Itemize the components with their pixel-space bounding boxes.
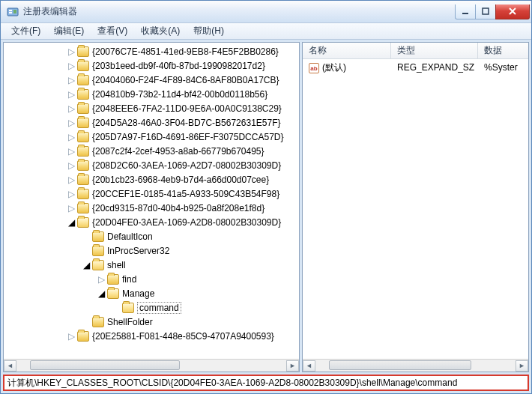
expand-icon[interactable]: ▷ [67, 190, 76, 198]
collapse-icon[interactable]: ◢ [97, 289, 106, 298]
tree-node-label: {2048EEE6-7FA2-11D0-9E6A-00A0C9138C29} [92, 103, 282, 114]
scroll-left-button[interactable]: ◄ [303, 360, 315, 372]
menu-view[interactable]: 查看(V) [91, 23, 133, 39]
tree-node[interactable]: ▷{20b1cb23-6968-4eb9-b7d4-a66d00d07cee} [7, 172, 299, 187]
folder-icon [77, 89, 89, 100]
tree-node-label: {20E25881-F081-448e-85C9-4707A9400593} [92, 331, 274, 342]
tree-node-label: {208D2C60-3AEA-1069-A2D7-08002B30309D} [92, 160, 281, 171]
tree-node[interactable]: ▷{208D2C60-3AEA-1069-A2D7-08002B30309D} [7, 158, 299, 172]
tree-node[interactable]: ◢{20D04FE0-3AEA-1069-A2D8-08002B30309D} [7, 215, 299, 229]
folder-icon [107, 274, 119, 285]
scroll-left-button[interactable]: ◄ [4, 360, 16, 372]
expand-icon[interactable]: ▷ [67, 61, 76, 70]
folder-icon [77, 103, 89, 114]
tree-node-label: ShellFolder [107, 317, 153, 327]
tree-node-label: {203b1eed-db9f-40fb-87bd-1990982017d2} [92, 61, 265, 71]
folder-icon [77, 160, 89, 171]
menu-help[interactable]: 帮助(H) [187, 23, 230, 39]
tree-node[interactable]: ▷{20404060-F24F-4F89-84C6-8AF80B0A17CB} [7, 73, 299, 87]
expand-icon[interactable]: ▷ [67, 332, 76, 341]
scroll-right-button[interactable]: ► [516, 360, 528, 372]
expand-icon[interactable]: ▷ [67, 161, 76, 170]
value-type-cell: REG_EXPAND_SZ [391, 62, 478, 73]
expand-icon[interactable]: ▷ [67, 175, 76, 184]
scroll-thumb[interactable] [30, 360, 180, 370]
scroll-track[interactable] [315, 360, 516, 372]
tree-node-label: {20076C7E-4851-41ed-9EB8-F4E5F2BB0286} [92, 46, 279, 57]
svg-rect-2 [9, 12, 12, 13]
expand-icon[interactable]: ▷ [67, 147, 76, 156]
tree-node-label: DefaultIcon [107, 231, 153, 242]
tree-node[interactable]: ▷{20E25881-F081-448e-85C9-4707A9400593} [7, 329, 299, 343]
tree-node-label: {204D5A28-46A0-3F04-BD7C-B5672631E57F} [92, 118, 281, 128]
tree-node[interactable]: ◢Manage [7, 286, 299, 300]
titlebar[interactable]: 注册表编辑器 [1, 1, 531, 23]
no-children-icon [82, 318, 91, 327]
tree-node[interactable]: DefaultIcon [7, 229, 299, 243]
close-button[interactable] [495, 4, 530, 19]
tree-node-label: {2087c2f4-2cef-4953-a8ab-66779b670495} [92, 146, 265, 157]
column-name[interactable]: 名称 [303, 43, 391, 58]
scroll-thumb[interactable] [329, 360, 471, 370]
tree-node[interactable]: ▷{2048EEE6-7FA2-11D0-9E6A-00A0C9138C29} [7, 101, 299, 115]
tree-viewport[interactable]: ▷{20076C7E-4851-41ed-9EB8-F4E5F2BB0286}▷… [4, 43, 299, 359]
menu-file[interactable]: 文件(F) [5, 23, 46, 39]
tree-node[interactable]: ▷{204810b9-73b2-11d4-bf42-00b0d0118b56} [7, 87, 299, 101]
tree-node[interactable]: ShellFolder [7, 315, 299, 329]
registry-tree[interactable]: ▷{20076C7E-4851-41ed-9EB8-F4E5F2BB0286}▷… [4, 43, 299, 359]
collapse-icon[interactable]: ◢ [82, 261, 91, 270]
folder-icon [77, 203, 89, 213]
expand-icon[interactable]: ▷ [67, 47, 76, 56]
expand-icon[interactable]: ▷ [97, 275, 106, 284]
app-icon [7, 6, 19, 18]
tree-node[interactable]: ▷find [7, 272, 299, 286]
collapse-icon[interactable]: ◢ [67, 218, 76, 227]
window-buttons [456, 4, 530, 19]
tree-node-label: {20cd9315-87d0-40b4-b925-0a8f208e1f8d} [92, 203, 265, 213]
tree-node[interactable]: InProcServer32 [7, 243, 299, 258]
value-row[interactable]: ab(默认)REG_EXPAND_SZ%Syster [303, 61, 528, 74]
tree-node-label: {205D7A97-F16D-4691-86EF-F3075DCCA57D} [92, 132, 283, 142]
expand-icon[interactable]: ▷ [67, 204, 76, 213]
values-list[interactable]: ab(默认)REG_EXPAND_SZ%Syster [303, 59, 528, 359]
menu-favorites[interactable]: 收藏夹(A) [135, 23, 186, 39]
maximize-button[interactable] [475, 4, 496, 19]
client-area: ▷{20076C7E-4851-41ed-9EB8-F4E5F2BB0286}▷… [1, 40, 531, 393]
statusbar: 计算机\HKEY_CLASSES_ROOT\CLSID\{20D04FE0-3A… [3, 375, 529, 391]
folder-icon [107, 288, 119, 299]
column-data[interactable]: 数据 [478, 43, 523, 58]
tree-hscrollbar[interactable]: ◄ ► [4, 359, 299, 372]
expand-icon[interactable]: ▷ [67, 104, 76, 113]
tree-node[interactable]: ▷{2087c2f4-2cef-4953-a8ab-66779b670495} [7, 144, 299, 158]
minimize-button[interactable] [455, 4, 476, 19]
menu-edit[interactable]: 编辑(E) [48, 23, 90, 39]
tree-node[interactable]: ▷{20CCEF1E-0185-41a5-A933-509C43B54F98} [7, 187, 299, 201]
list-hscrollbar[interactable]: ◄ ► [303, 359, 528, 372]
no-children-icon [82, 246, 91, 255]
folder-icon [92, 260, 104, 270]
no-children-icon [112, 303, 121, 312]
scroll-track[interactable] [16, 360, 286, 372]
folder-icon [77, 217, 89, 228]
tree-node[interactable]: ▷{203b1eed-db9f-40fb-87bd-1990982017d2} [7, 58, 299, 73]
expand-icon[interactable]: ▷ [67, 118, 76, 127]
tree-node[interactable]: ▷{20cd9315-87d0-40b4-b925-0a8f208e1f8d} [7, 201, 299, 215]
expand-icon[interactable]: ▷ [67, 133, 76, 142]
tree-node[interactable]: ◢shell [7, 258, 299, 272]
reg-string-icon: ab [309, 63, 319, 73]
svg-rect-3 [13, 10, 16, 13]
folder-icon [77, 61, 89, 71]
folder-icon [122, 303, 134, 313]
expand-icon[interactable]: ▷ [67, 76, 76, 85]
column-type[interactable]: 类型 [391, 43, 478, 58]
tree-pane: ▷{20076C7E-4851-41ed-9EB8-F4E5F2BB0286}▷… [3, 42, 300, 372]
tree-node[interactable]: ▷{20076C7E-4851-41ed-9EB8-F4E5F2BB0286} [7, 44, 299, 58]
scroll-right-button[interactable]: ► [286, 360, 299, 372]
tree-node[interactable]: command [7, 300, 299, 315]
tree-node-label: {20b1cb23-6968-4eb9-b7d4-a66d00d07cee} [92, 175, 269, 185]
expand-icon[interactable]: ▷ [67, 90, 76, 99]
tree-node-label: {20D04FE0-3AEA-1069-A2D8-08002B30309D} [92, 217, 281, 228]
tree-node-label: {20CCEF1E-0185-41a5-A933-509C43B54F98} [92, 189, 279, 199]
tree-node[interactable]: ▷{204D5A28-46A0-3F04-BD7C-B5672631E57F} [7, 115, 299, 130]
tree-node[interactable]: ▷{205D7A97-F16D-4691-86EF-F3075DCCA57D} [7, 130, 299, 144]
